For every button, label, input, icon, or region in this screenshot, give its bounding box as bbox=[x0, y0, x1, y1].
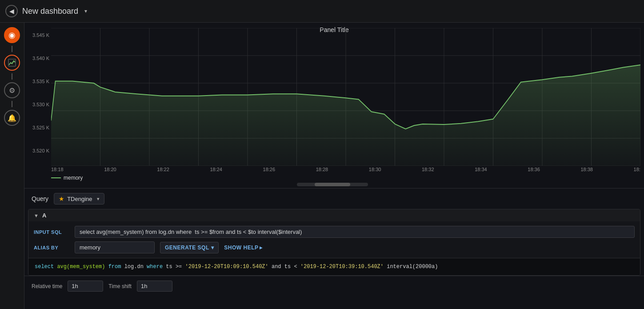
y-label-5: 3.525 K bbox=[26, 125, 49, 130]
show-help-button[interactable]: SHOW HELP ▸ bbox=[224, 245, 263, 251]
sidebar-icon-chart[interactable] bbox=[4, 55, 20, 71]
chart-wrapper: 3.545 K 3.540 K 3.535 K 3.530 K 3.525 K … bbox=[24, 28, 640, 166]
x-label-5: 18:26 bbox=[263, 167, 276, 172]
sql-space-3: ts >= bbox=[166, 264, 185, 270]
sidebar-connector-1 bbox=[12, 46, 12, 52]
time-shift-label: Time shift bbox=[108, 283, 132, 289]
generate-sql-label: GENERATE SQL bbox=[165, 245, 209, 251]
datasource-name: TDengine bbox=[67, 196, 92, 202]
scrollbar-area bbox=[24, 181, 640, 188]
legend-line-memory bbox=[51, 177, 61, 178]
query-fields: INPUT SQL ALIAS BY GENERATE SQL ▾ SHOW H… bbox=[28, 221, 640, 258]
sidebar-connector-3 bbox=[12, 101, 12, 107]
x-label-9: 18:34 bbox=[475, 167, 487, 172]
x-label-6: 18:28 bbox=[316, 167, 328, 172]
chart-area: Panel Title 3.545 K 3.540 K 3.535 K 3.53… bbox=[24, 23, 644, 188]
sidebar-icon-bell[interactable]: 🔔 bbox=[4, 110, 20, 126]
generated-sql: select avg(mem_system) from log.dn where… bbox=[28, 258, 640, 275]
x-label-11: 18:38 bbox=[580, 167, 593, 172]
y-label-3: 3.535 K bbox=[26, 79, 49, 84]
x-label-2: 18:20 bbox=[104, 167, 116, 172]
sql-interval: interval(20000a) bbox=[387, 264, 438, 270]
scrollbar-track bbox=[297, 183, 368, 186]
query-header: Query ★ TDengine ▾ bbox=[24, 189, 644, 209]
show-help-label: SHOW HELP bbox=[224, 245, 258, 251]
sidebar-connector-2 bbox=[12, 73, 12, 80]
query-section-header: ▼ A bbox=[28, 209, 640, 221]
input-sql-field[interactable] bbox=[75, 226, 635, 238]
query-section-a: ▼ A INPUT SQL ALIAS BY GENERATE SQL bbox=[28, 209, 640, 276]
sidebar-icon-tdengine[interactable]: ◉ bbox=[4, 27, 20, 43]
sql-select-keyword: select bbox=[35, 264, 54, 270]
x-label-8: 18:32 bbox=[422, 167, 434, 172]
y-axis: 3.545 K 3.540 K 3.535 K 3.530 K 3.525 K … bbox=[24, 28, 51, 166]
generate-sql-button[interactable]: GENERATE SQL ▾ bbox=[160, 242, 219, 253]
query-label: Query bbox=[32, 195, 48, 202]
time-shift-input[interactable] bbox=[137, 281, 172, 292]
alias-by-label: ALIAS BY bbox=[34, 245, 69, 250]
sql-from-keyword: from bbox=[108, 264, 121, 270]
x-label-12: 18: bbox=[634, 167, 640, 172]
y-label-4: 3.530 K bbox=[26, 102, 49, 107]
query-panel: Query ★ TDengine ▾ ▼ A INPUT SQL bbox=[24, 188, 644, 309]
sql-table: log.dn bbox=[124, 264, 147, 270]
x-axis: 18:18 18:20 18:22 18:24 18:26 18:28 18:3… bbox=[24, 166, 640, 172]
relative-time-input[interactable] bbox=[68, 281, 103, 292]
sql-ts-from-value: '2019-12-20T10:09:10.540Z' bbox=[185, 264, 268, 270]
legend-label-memory: memory bbox=[64, 175, 83, 181]
y-label-2: 3.540 K bbox=[26, 56, 49, 61]
sidebar-icon-settings[interactable]: ⚙ bbox=[4, 82, 20, 98]
back-button[interactable]: ◀ bbox=[5, 5, 18, 17]
relative-time-label: Relative time bbox=[32, 283, 62, 289]
query-id: A bbox=[42, 212, 46, 219]
main-layout: ◉ ⚙ 🔔 Panel Title 3.545 K 3.540 K 3.535 … bbox=[0, 23, 644, 309]
sidebar: ◉ ⚙ 🔔 bbox=[0, 23, 24, 309]
x-label-3: 18:22 bbox=[157, 167, 169, 172]
sql-avg-function: avg(mem_system) bbox=[57, 264, 105, 270]
svg-rect-0 bbox=[8, 59, 16, 66]
sql-and-1: and ts < bbox=[272, 264, 300, 270]
sql-ts-to-value: '2019-12-20T10:39:10.540Z' bbox=[300, 264, 384, 270]
dashboard-dropdown-caret[interactable]: ▾ bbox=[84, 8, 87, 14]
scrollbar-thumb[interactable] bbox=[315, 183, 350, 186]
alias-by-row: ALIAS BY GENERATE SQL ▾ SHOW HELP ▸ bbox=[34, 241, 635, 253]
x-label-1: 18:18 bbox=[51, 167, 64, 172]
datasource-star-icon: ★ bbox=[59, 195, 64, 202]
time-options: Relative time Time shift bbox=[24, 276, 644, 296]
generate-sql-caret-icon: ▾ bbox=[211, 245, 214, 251]
show-help-arrow-icon: ▸ bbox=[260, 245, 263, 251]
input-sql-label: INPUT SQL bbox=[34, 229, 69, 235]
header: ◀ New dashboard ▾ bbox=[0, 0, 644, 23]
x-label-10: 18:36 bbox=[528, 167, 540, 172]
content-area: Panel Title 3.545 K 3.540 K 3.535 K 3.53… bbox=[24, 23, 644, 309]
datasource-caret-icon: ▾ bbox=[97, 196, 100, 202]
chart-plot[interactable] bbox=[51, 28, 640, 166]
sql-where-keyword: where bbox=[147, 264, 163, 270]
x-label-7: 18:30 bbox=[369, 167, 381, 172]
dashboard-title: New dashboard bbox=[22, 7, 78, 16]
y-label-1: 3.545 K bbox=[26, 32, 49, 38]
input-sql-row: INPUT SQL bbox=[34, 226, 635, 238]
y-label-6: 3.520 K bbox=[26, 148, 49, 153]
collapse-arrow-icon[interactable]: ▼ bbox=[34, 213, 39, 218]
chart-legend: memory bbox=[24, 172, 640, 181]
datasource-selector[interactable]: ★ TDengine ▾ bbox=[54, 193, 104, 205]
alias-by-field[interactable] bbox=[75, 241, 155, 253]
x-label-4: 18:24 bbox=[210, 167, 222, 172]
